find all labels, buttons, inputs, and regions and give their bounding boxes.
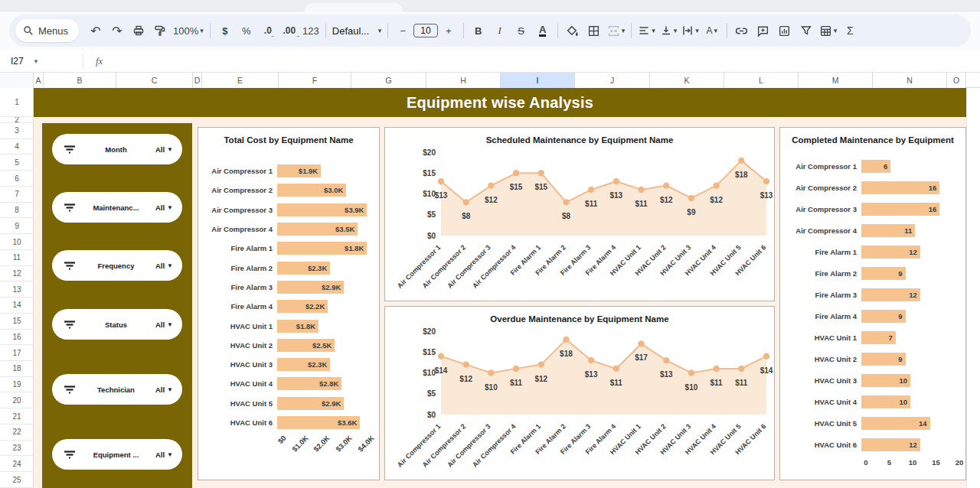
column-header-H[interactable]: H [426,73,501,88]
data-point[interactable] [538,170,544,176]
slicer-status[interactable]: StatusAll▼ [52,309,182,340]
bar[interactable]: 6 [861,160,890,173]
chart-scheduled-maintenance[interactable]: Scheduled Maintenance by Equipment Name$… [384,127,775,301]
bar[interactable]: $2.3K [277,358,330,371]
bar[interactable]: $2.9K [277,397,344,410]
insert-link-button[interactable] [732,21,752,41]
row-header-22[interactable]: 22 [0,425,34,441]
bar[interactable]: 16 [861,181,939,194]
bar[interactable]: 10 [861,374,910,387]
menus-button[interactable]: Menus [15,19,79,42]
chart-overdue-maintenance[interactable]: Overdue Maintenance by Equipment Name$0$… [384,306,775,480]
table-button[interactable]: ▾ [818,21,839,41]
bar[interactable]: 12 [861,288,920,301]
row-header-4[interactable]: 4 [0,139,34,155]
data-point[interactable] [613,366,619,372]
column-header-G[interactable]: G [351,73,426,88]
bar[interactable]: $3.9K [277,203,367,216]
horizontal-align-button[interactable]: ▾ [636,21,657,41]
column-header-D[interactable]: D [193,73,202,88]
paint-format-button[interactable] [150,21,170,41]
increase-font-size-button[interactable]: + [439,21,459,41]
row-header-5[interactable]: 5 [0,155,34,171]
chart-completed-maintenance[interactable]: Completed Maintenance by EquipmentAir Co… [779,127,966,480]
row-header-16[interactable]: 16 [0,330,34,346]
name-box[interactable]: I27 ▾ [0,56,77,67]
row-header-17[interactable]: 17 [0,345,34,361]
row-header-15[interactable]: 15 [0,314,34,330]
data-point[interactable] [738,366,744,372]
bar[interactable]: 9 [861,310,906,323]
column-header-J[interactable]: J [575,73,650,88]
decrease-font-size-button[interactable]: − [393,21,413,41]
row-header-9[interactable]: 9 [0,218,34,234]
column-header-C[interactable]: C [116,73,193,88]
bar[interactable]: 12 [861,438,920,451]
bar[interactable]: $1.8K [277,320,318,333]
print-button[interactable] [129,21,149,41]
bar[interactable]: $2.8K [277,377,341,390]
data-point[interactable] [462,199,469,205]
data-point[interactable] [763,178,769,184]
data-point[interactable] [663,182,669,188]
redo-button[interactable]: ↷ [107,21,127,41]
increase-decimals-button[interactable]: .00→ [279,21,299,41]
row-header-2[interactable]: 2 [0,117,34,123]
column-header-B[interactable]: B [44,73,116,88]
data-point[interactable] [663,357,669,363]
column-header-A[interactable]: A [34,73,44,88]
currency-format-button[interactable]: $ [215,21,235,41]
data-point[interactable] [563,199,569,205]
row-header-20[interactable]: 20 [0,392,34,408]
text-color-button[interactable]: A [533,21,553,41]
insert-comment-button[interactable] [753,21,773,41]
bar[interactable]: 9 [861,267,906,280]
undo-button[interactable]: ↶ [86,21,106,41]
chart-total-cost[interactable]: Total Cost by Equipment NameAir Compress… [198,127,380,480]
insert-chart-button[interactable] [775,21,795,41]
data-point[interactable] [588,357,594,363]
data-point[interactable] [638,187,644,193]
bar[interactable]: $1.8K [277,242,367,255]
row-header-19[interactable]: 19 [0,377,34,393]
slicer-frequency[interactable]: FrequencyAll▼ [52,250,182,281]
data-point[interactable] [713,366,719,372]
slicer-technician[interactable]: TechnicianAll▼ [52,374,182,405]
create-filter-button[interactable] [796,21,816,41]
bar[interactable]: $3.0K [277,184,346,197]
data-point[interactable] [513,170,519,176]
row-header-1[interactable]: 1 [0,88,34,117]
strikethrough-button[interactable]: S [511,21,531,41]
select-all-corner[interactable] [0,73,34,88]
row-header-3[interactable]: 3 [0,123,34,139]
bar[interactable]: 10 [861,395,910,408]
slicer-maintenanc[interactable]: Maintenanc...All▼ [52,192,182,223]
text-rotation-button[interactable]: A▾ [702,21,722,41]
percent-format-button[interactable]: % [237,21,256,41]
font-select[interactable]: Defaul...▾ [331,21,384,41]
row-header-7[interactable]: 7 [0,187,34,203]
data-point[interactable] [488,369,494,376]
bar[interactable]: $1.9K [277,164,321,177]
row-header-6[interactable]: 6 [0,171,34,187]
column-header-O[interactable]: O [947,73,966,88]
column-header-K[interactable]: K [650,73,724,88]
data-point[interactable] [513,366,519,372]
bar[interactable]: $2.5K [277,339,335,352]
data-point[interactable] [563,337,569,343]
data-point[interactable] [738,158,744,164]
data-point[interactable] [538,361,544,367]
text-wrap-button[interactable]: ▾ [680,21,701,41]
zoom-select[interactable]: 100%▾ [172,21,205,41]
row-header-14[interactable]: 14 [0,298,34,314]
bar[interactable]: 11 [861,224,915,237]
data-point[interactable] [713,182,719,188]
column-header-E[interactable]: E [202,73,279,88]
row-header-13[interactable]: 13 [0,281,34,298]
data-point[interactable] [438,353,444,359]
fill-color-button[interactable] [563,21,583,41]
font-size-input[interactable]: 10 [413,24,437,37]
bar[interactable]: 14 [861,417,930,430]
bar[interactable]: $3.5K [277,223,358,236]
row-header-8[interactable]: 8 [0,203,34,219]
